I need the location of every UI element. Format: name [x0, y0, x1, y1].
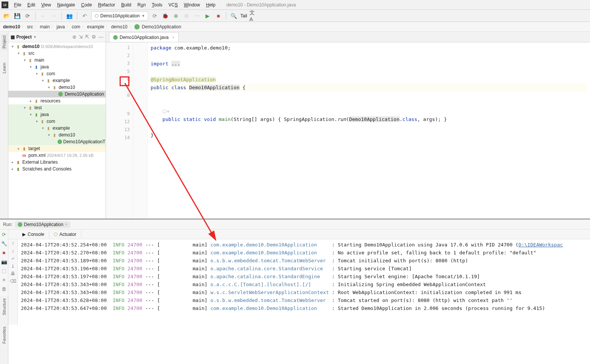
spring-icon: ⬡ [95, 13, 98, 19]
tree-item-selected[interactable]: Demo10Application [65, 91, 104, 97]
tools-icon[interactable]: 🔧 [1, 240, 8, 247]
rerun-icon[interactable]: ⟳ [1, 231, 8, 238]
jump-icon[interactable]: ≡ [1, 276, 8, 283]
tree-item[interactable]: Scratches and Consoles [22, 166, 72, 172]
tree-item[interactable]: com [47, 71, 55, 76]
exit-icon[interactable]: ⬚ [1, 267, 8, 274]
menu-build[interactable]: Build [118, 2, 134, 8]
stop-icon[interactable]: ■ [214, 12, 223, 20]
reload-icon[interactable]: ⟳ [151, 12, 159, 20]
run-icon[interactable]: ▶ [204, 12, 212, 20]
breadcrumb-item[interactable]: demo10 [111, 24, 127, 29]
breadcrumb-item[interactable]: demo10 [3, 24, 20, 29]
editor-body[interactable]: 1 2 3 5 6 7 8 9 12 13 14 package com.exa… [106, 42, 590, 218]
tree-item[interactable]: demo10 [59, 85, 75, 90]
tree-item[interactable]: java [40, 112, 49, 117]
tree-item[interactable]: src [28, 51, 34, 56]
tree-item[interactable]: test [34, 105, 42, 110]
gear-icon[interactable]: ⚙ [92, 34, 96, 40]
console-tab[interactable]: ▶Console [18, 231, 49, 238]
code-editor[interactable]: package com.example.demo10; import ... @… [148, 42, 590, 218]
project-tree[interactable]: ▾▮demo10D:\IDEAWorkspace\demo10 ▾▮src ▾▮… [8, 42, 106, 218]
expand-icon[interactable]: ⇲ [79, 34, 83, 40]
undo-icon[interactable]: ↶ [81, 12, 89, 20]
actuator-icon: ⬡ [54, 232, 58, 237]
editor-tabs: Demo10Application.java × [106, 32, 590, 42]
back-icon[interactable]: ← [39, 12, 47, 20]
coverage-icon[interactable]: ⊕ [172, 12, 180, 20]
tree-root[interactable]: demo10 [22, 44, 39, 49]
delete-icon[interactable]: 🗑 [1, 285, 8, 292]
menu-vcs[interactable]: VCS [166, 2, 181, 8]
tree-item[interactable]: example [53, 125, 70, 131]
tree-item[interactable]: com [47, 119, 55, 124]
profile-icon[interactable]: ⊙ [182, 12, 191, 20]
camera-icon[interactable]: 📷 [1, 258, 8, 265]
menu-tools[interactable]: Tools [149, 2, 165, 8]
search-icon[interactable]: 🔍 [230, 12, 238, 20]
print-icon[interactable]: 🖶 [11, 271, 15, 276]
console-output[interactable]: 2024-04-17T20:43:52.254+08:00 INFO 24700… [18, 239, 590, 325]
wrap-icon[interactable]: ⤶ [11, 256, 15, 261]
locate-icon[interactable]: ⊕ [72, 34, 76, 40]
dropdown-icon[interactable]: ▼ [33, 35, 37, 39]
menu-refactor[interactable]: Refactor [95, 2, 118, 8]
attach-icon[interactable]: ⋯ [193, 12, 201, 20]
menu-file[interactable]: File [11, 2, 24, 8]
breadcrumb-item[interactable]: java [56, 24, 65, 29]
hide-icon[interactable]: — [98, 34, 103, 40]
close-icon[interactable]: × [65, 222, 67, 227]
collapse-icon[interactable]: ⇱ [85, 34, 89, 40]
tree-item[interactable]: Demo10ApplicationT [63, 139, 105, 144]
editor-tab[interactable]: Demo10Application.java × [109, 32, 179, 42]
save-icon[interactable]: 💾 [13, 12, 21, 20]
menu-window[interactable]: Window [181, 2, 203, 8]
close-icon[interactable]: × [172, 35, 174, 40]
breadcrumb-item[interactable]: com [72, 24, 80, 29]
menu-run[interactable]: Run [135, 2, 148, 8]
line-gutter[interactable]: 1 2 3 5 6 7 8 9 12 13 14 [106, 42, 133, 218]
menu-code[interactable]: Code [78, 2, 95, 8]
sidebar-tab-learn[interactable]: Learn [1, 61, 7, 75]
project-panel: ▦Project ▼ ⊕ ⇲ ⇱ ⚙ — ▾▮demo10D:\IDEAWork… [8, 32, 106, 218]
sidebar-tab-favorites[interactable]: Favorites [2, 327, 6, 344]
run-tab[interactable]: Demo10Application × [15, 221, 70, 228]
breadcrumb-item[interactable]: src [27, 24, 33, 29]
scroll-icon[interactable]: ⤓ [11, 263, 15, 269]
refresh-icon[interactable]: ⟳ [23, 12, 32, 20]
class-icon [58, 139, 62, 144]
stop-icon[interactable]: ■ [1, 249, 8, 256]
menu-help[interactable]: Help [203, 2, 218, 8]
run-label: Run: [3, 222, 12, 227]
sidebar-tab-project[interactable]: Project [1, 34, 7, 50]
breadcrumb-item[interactable]: example [87, 24, 104, 29]
menu-view[interactable]: View [39, 2, 54, 8]
translate-icon[interactable]: 文A [249, 12, 258, 20]
users-icon[interactable]: 👥 [65, 12, 73, 20]
bug-icon[interactable]: 🐞 [161, 12, 170, 20]
tree-item[interactable]: java [40, 64, 49, 70]
tree-item[interactable]: pom.xml [28, 153, 45, 158]
tree-item[interactable]: target [28, 146, 40, 151]
up-icon[interactable]: ↑ [12, 241, 14, 246]
breadcrumb-item[interactable]: Demo10Application [142, 24, 181, 29]
open-icon[interactable]: 📂 [2, 12, 11, 20]
down-icon[interactable]: ↓ [12, 248, 14, 254]
sidebar-tab-structure[interactable]: Structure [2, 298, 6, 315]
tree-item[interactable]: example [53, 78, 70, 83]
tail-label[interactable]: Tail [240, 13, 247, 19]
menu-navigate[interactable]: Navigate [54, 2, 78, 8]
spring-icon [18, 222, 22, 227]
clear-icon[interactable]: ⌫ [10, 279, 16, 284]
run-config-selector[interactable]: ⬡ Demo10Application ▼ [91, 11, 148, 20]
breadcrumb-item[interactable]: main [40, 24, 50, 29]
actuator-tab[interactable]: ⬡Actuator [49, 231, 81, 238]
project-panel-header: ▦Project ▼ ⊕ ⇲ ⇱ ⚙ — [8, 32, 106, 42]
left-tool-stripe: Project Learn [0, 32, 8, 218]
forward-icon[interactable]: → [50, 12, 58, 20]
menu-edit[interactable]: Edit [25, 2, 38, 8]
tree-item[interactable]: demo10 [59, 132, 75, 138]
tree-item[interactable]: main [34, 57, 44, 63]
tree-item[interactable]: resources [40, 98, 61, 104]
tree-item[interactable]: External Libraries [22, 160, 58, 165]
